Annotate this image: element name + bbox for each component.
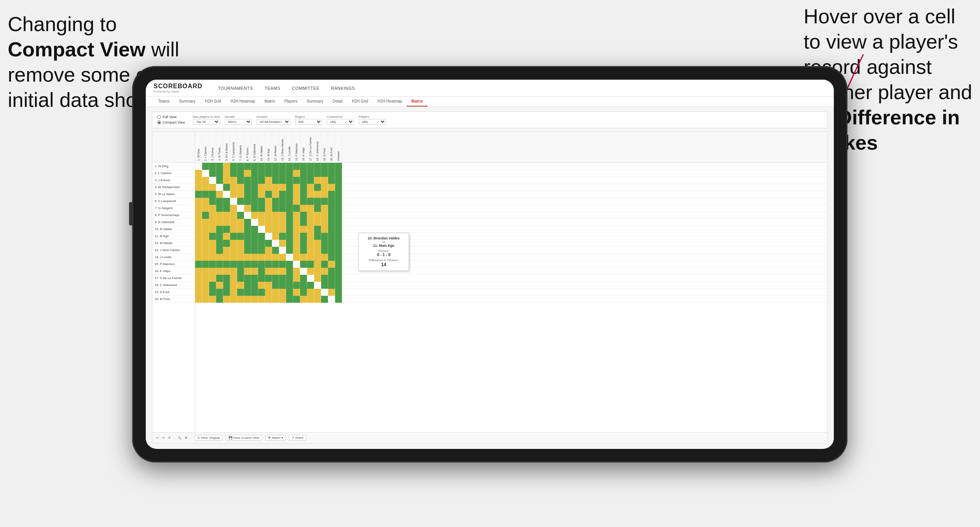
compact-view-radio[interactable]: Compact View <box>157 120 185 124</box>
cell-13-1[interactable] <box>195 247 202 254</box>
cell-19-13[interactable] <box>279 289 286 296</box>
cell-9-21[interactable] <box>335 219 342 226</box>
toolbar-undo-icon[interactable]: ↩ <box>156 436 159 440</box>
cell-16-9[interactable] <box>251 268 258 275</box>
cell-3-21[interactable] <box>335 177 342 184</box>
cell-3-3[interactable] <box>209 177 216 184</box>
cell-20-21[interactable] <box>335 296 342 303</box>
cell-16-8[interactable] <box>244 268 251 275</box>
cell-4-4[interactable] <box>216 184 223 191</box>
cell-17-5[interactable] <box>223 275 230 282</box>
cell-4-9[interactable] <box>251 184 258 191</box>
cell-1-18[interactable] <box>314 163 321 170</box>
cell-5-1[interactable] <box>195 191 202 198</box>
cell-2-17[interactable] <box>307 170 314 177</box>
cell-14-8[interactable] <box>244 254 251 261</box>
cell-4-20[interactable] <box>328 184 335 191</box>
region-select[interactable]: N/A <box>295 119 322 125</box>
cell-10-17[interactable] <box>307 226 314 233</box>
cell-13-11[interactable] <box>265 247 272 254</box>
cell-5-21[interactable] <box>335 191 342 198</box>
cell-15-12[interactable] <box>272 261 279 268</box>
cell-13-6[interactable] <box>230 247 237 254</box>
cell-17-3[interactable] <box>209 275 216 282</box>
cell-9-19[interactable] <box>321 219 328 226</box>
cell-7-17[interactable] <box>307 205 314 212</box>
cell-20-8[interactable] <box>244 296 251 303</box>
cell-5-4[interactable] <box>216 191 223 198</box>
nav-committee[interactable]: COMMITTEE <box>292 84 320 92</box>
cell-2-1[interactable] <box>195 170 202 177</box>
cell-10-7[interactable] <box>237 226 244 233</box>
cell-14-5[interactable] <box>223 254 230 261</box>
cell-7-4[interactable] <box>216 205 223 212</box>
cell-13-17[interactable] <box>307 247 314 254</box>
cell-15-4[interactable] <box>216 261 223 268</box>
cell-20-1[interactable] <box>195 296 202 303</box>
cell-1-9[interactable] <box>251 163 258 170</box>
cell-8-12[interactable] <box>272 212 279 219</box>
cell-8-15[interactable] <box>293 212 300 219</box>
cell-19-1[interactable] <box>195 289 202 296</box>
cell-15-5[interactable] <box>223 261 230 268</box>
tab-matrix-2[interactable]: Matrix <box>407 97 427 106</box>
cell-12-11[interactable] <box>265 240 272 247</box>
cell-12-18[interactable] <box>314 240 321 247</box>
cell-19-6[interactable] <box>230 289 237 296</box>
cell-11-21[interactable] <box>335 233 342 240</box>
cell-8-6[interactable] <box>230 212 237 219</box>
cell-17-21[interactable] <box>335 275 342 282</box>
toolbar-reset-icon[interactable]: ↺ <box>168 436 171 440</box>
cell-20-4[interactable] <box>216 296 223 303</box>
cell-17-20[interactable] <box>328 275 335 282</box>
cell-6-19[interactable] <box>321 198 328 205</box>
tab-detail[interactable]: Detail <box>328 97 348 106</box>
cell-2-4[interactable] <box>216 170 223 177</box>
cell-17-6[interactable] <box>230 275 237 282</box>
cell-3-19[interactable] <box>321 177 328 184</box>
cell-7-7[interactable] <box>237 205 244 212</box>
cell-7-12[interactable] <box>272 205 279 212</box>
cell-10-10[interactable] <box>258 226 265 233</box>
cell-6-5[interactable] <box>223 198 230 205</box>
cell-18-6[interactable] <box>230 282 237 289</box>
cell-7-20[interactable] <box>328 205 335 212</box>
cell-1-21[interactable] <box>335 163 342 170</box>
cell-20-18[interactable] <box>314 296 321 303</box>
tab-summary-1[interactable]: Summary <box>174 97 200 106</box>
cell-1-16[interactable] <box>300 163 307 170</box>
cell-4-11[interactable] <box>265 184 272 191</box>
tab-h2h-heatmap-2[interactable]: H2H Heatmap <box>373 97 407 106</box>
cell-5-10[interactable] <box>258 191 265 198</box>
cell-6-3[interactable] <box>209 198 216 205</box>
cell-8-13[interactable] <box>279 212 286 219</box>
cell-9-6[interactable] <box>230 219 237 226</box>
cell-12-19[interactable] <box>321 240 328 247</box>
cell-16-3[interactable] <box>209 268 216 275</box>
cell-16-13[interactable] <box>279 268 286 275</box>
cell-8-9[interactable] <box>251 212 258 219</box>
cell-7-3[interactable] <box>209 205 216 212</box>
cell-5-5[interactable] <box>223 191 230 198</box>
cell-19-12[interactable] <box>272 289 279 296</box>
cell-12-8[interactable] <box>244 240 251 247</box>
cell-3-2[interactable] <box>202 177 209 184</box>
cell-10-8[interactable] <box>244 226 251 233</box>
cell-5-14[interactable] <box>286 191 293 198</box>
division-select[interactable]: NCAA Division I <box>257 119 290 125</box>
cell-14-6[interactable] <box>230 254 237 261</box>
cell-3-20[interactable] <box>328 177 335 184</box>
cell-11-16[interactable] <box>300 233 307 240</box>
cell-16-11[interactable] <box>265 268 272 275</box>
cell-8-16[interactable] <box>300 212 307 219</box>
cell-16-1[interactable] <box>195 268 202 275</box>
cell-3-18[interactable] <box>314 177 321 184</box>
cell-5-20[interactable] <box>328 191 335 198</box>
cell-5-13[interactable] <box>279 191 286 198</box>
cell-6-20[interactable] <box>328 198 335 205</box>
cell-18-21[interactable] <box>335 282 342 289</box>
cell-20-17[interactable] <box>307 296 314 303</box>
cell-20-15[interactable] <box>293 296 300 303</box>
cell-10-11[interactable] <box>265 226 272 233</box>
cell-14-15[interactable] <box>293 254 300 261</box>
